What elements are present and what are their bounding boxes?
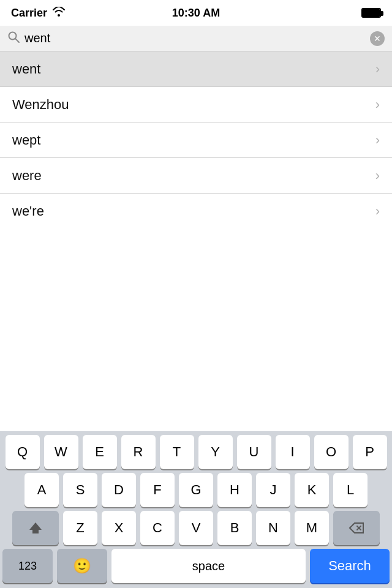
battery-icon [361, 8, 381, 18]
suggestion-item[interactable]: wept › [0, 123, 392, 158]
key-o[interactable]: O [314, 435, 349, 469]
chevron-right-icon: › [375, 168, 380, 184]
chevron-right-icon: › [375, 132, 380, 148]
time-display: 10:30 AM [172, 7, 220, 20]
carrier-label: Carrier [11, 7, 47, 20]
svg-marker-2 [29, 522, 42, 533]
suggestion-item[interactable]: Wenzhou › [0, 87, 392, 123]
key-x[interactable]: X [102, 511, 136, 545]
keyboard: Q W E R T Y U I O P A S D F G H J K L Z … [0, 431, 392, 588]
key-i[interactable]: I [276, 435, 310, 469]
key-y[interactable]: Y [198, 435, 233, 469]
search-key[interactable]: Search [310, 549, 390, 583]
key-d[interactable]: D [102, 473, 136, 507]
chevron-right-icon: › [375, 203, 380, 219]
chevron-right-icon: › [375, 61, 380, 77]
search-icon [7, 31, 20, 46]
key-k[interactable]: K [295, 473, 329, 507]
svg-line-1 [15, 39, 19, 42]
wifi-icon [52, 7, 66, 20]
space-key[interactable]: space [111, 549, 306, 583]
search-input[interactable] [24, 31, 365, 45]
suggestions-list: went › Wenzhou › wept › were › we're › [0, 51, 392, 229]
search-bar: ✕ [0, 26, 392, 51]
key-w[interactable]: W [44, 435, 78, 469]
key-n[interactable]: N [256, 511, 290, 545]
keyboard-row-3: Z X C V B N M [0, 507, 392, 545]
suggestion-item[interactable]: we're › [0, 194, 392, 229]
key-l[interactable]: L [333, 473, 368, 507]
key-u[interactable]: U [237, 435, 271, 469]
suggestion-item[interactable]: were › [0, 158, 392, 194]
key-t[interactable]: T [160, 435, 194, 469]
keyboard-row-2: A S D F G H J K L [0, 469, 392, 507]
keyboard-bottom-row: 123 🙂 space Search [0, 545, 392, 588]
key-z[interactable]: Z [63, 511, 97, 545]
key-b[interactable]: B [217, 511, 252, 545]
key-h[interactable]: H [217, 473, 252, 507]
key-m[interactable]: M [295, 511, 329, 545]
key-c[interactable]: C [140, 511, 175, 545]
key-v[interactable]: V [179, 511, 213, 545]
suggestion-item[interactable]: went › [0, 51, 392, 87]
key-q[interactable]: Q [6, 435, 40, 469]
shift-key[interactable] [12, 511, 59, 545]
emoji-key[interactable]: 🙂 [57, 549, 107, 583]
key-g[interactable]: G [179, 473, 213, 507]
key-e[interactable]: E [83, 435, 117, 469]
key-s[interactable]: S [63, 473, 97, 507]
key-a[interactable]: A [24, 473, 59, 507]
emoji-icon: 🙂 [73, 557, 91, 575]
key-r[interactable]: R [121, 435, 156, 469]
key-j[interactable]: J [256, 473, 290, 507]
key-p[interactable]: P [353, 435, 387, 469]
numbers-key[interactable]: 123 [2, 549, 53, 583]
keyboard-row-1: Q W E R T Y U I O P [0, 431, 392, 469]
key-f[interactable]: F [140, 473, 175, 507]
backspace-key[interactable] [333, 511, 380, 545]
status-bar: Carrier 10:30 AM [0, 0, 392, 26]
clear-search-button[interactable]: ✕ [370, 31, 385, 46]
chevron-right-icon: › [375, 97, 380, 113]
